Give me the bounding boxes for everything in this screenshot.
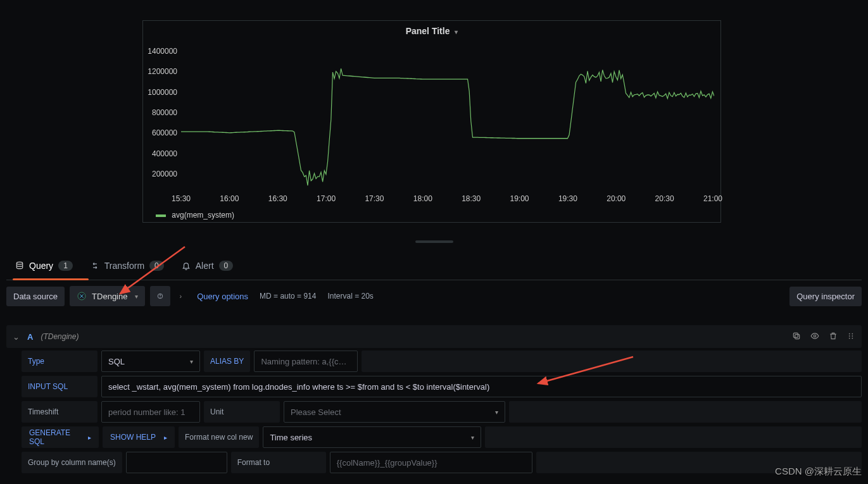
format-new-col-select[interactable]: Time series ▾ [263, 426, 481, 448]
group-by-input[interactable] [126, 452, 227, 473]
database-icon [15, 261, 24, 270]
chevron-down-icon: ▾ [135, 293, 138, 300]
drag-handle-icon[interactable] [846, 332, 855, 342]
x-tick: 20:00 [607, 194, 626, 203]
tab-alert-label: Alert [196, 261, 214, 271]
query-form: Type SQL ▾ ALIAS BY Naming pattern: a,{{… [6, 351, 862, 473]
x-tick: 18:00 [413, 194, 432, 203]
line-series [181, 46, 714, 194]
timeshift-input[interactable]: period number like: 1 [101, 401, 200, 423]
input-sql-field[interactable]: select _wstart, avg(mem_system) from log… [101, 376, 862, 397]
svg-point-9 [849, 337, 850, 338]
bell-icon [182, 261, 191, 270]
legend: avg(mem_system) [156, 211, 234, 220]
caret-down-icon: ▾ [471, 434, 474, 441]
query-id: A [27, 332, 33, 342]
format-to-label: Format to [231, 452, 326, 473]
tab-alert[interactable]: Alert 0 [179, 256, 236, 276]
input-sql-value: select _wstart, avg(mem_system) from log… [108, 382, 489, 392]
tab-query-label: Query [29, 261, 53, 271]
format-to-input[interactable]: {{colName}}_{{groupValue}} [330, 452, 532, 473]
show-help-button[interactable]: SHOW HELP ▸ [103, 426, 175, 448]
collapse-toggle[interactable]: ⌄ [13, 332, 20, 342]
unit-select[interactable]: Please Select ▾ [284, 401, 505, 423]
panel: Panel Title ▾ 20000040000060000080000010… [142, 20, 721, 223]
tab-transform[interactable]: Transform 0 [88, 256, 167, 276]
query-ds-hint: (TDengine) [41, 332, 79, 341]
svg-point-12 [852, 337, 853, 338]
x-tick: 21:00 [703, 194, 722, 203]
format-new-col-value: Time series [270, 433, 312, 442]
timeshift-label: Timeshift [22, 401, 97, 423]
timeshift-placeholder: period number like: 1 [108, 407, 185, 417]
resize-handle[interactable] [415, 240, 453, 243]
tab-query[interactable]: Query 1 [13, 256, 75, 276]
x-tick: 16:30 [268, 194, 287, 203]
datasource-picker[interactable]: TDengine ▾ [70, 286, 145, 306]
y-tick: 1000000 [148, 88, 177, 97]
y-axis: 2000004000006000008000001000000120000014… [143, 41, 181, 206]
x-tick: 17:00 [317, 194, 336, 203]
delete-icon[interactable] [829, 332, 838, 342]
query-options[interactable]: › Query options MD = auto = 914 Interval… [175, 292, 377, 301]
tab-query-count: 1 [58, 261, 73, 271]
help-icon [157, 291, 163, 301]
x-tick: 18:30 [462, 194, 481, 203]
svg-point-6 [814, 335, 816, 337]
chevron-right-icon: › [179, 292, 182, 300]
caret-down-icon: ▾ [495, 409, 498, 416]
tdengine-logo-icon [77, 291, 87, 301]
svg-point-8 [849, 335, 850, 337]
panel-title[interactable]: Panel Title ▾ [143, 21, 720, 41]
chart: 2000004000006000008000001000000120000014… [143, 41, 720, 206]
chevron-down-icon: ▾ [455, 28, 458, 35]
query-row-header: ⌄ A (TDengine) [6, 325, 862, 348]
datasource-help-button[interactable] [150, 286, 170, 306]
svg-rect-4 [795, 334, 800, 338]
x-tick: 20:30 [655, 194, 674, 203]
datasource-name: TDengine [92, 292, 127, 301]
query-inspector-label: Query inspector [796, 292, 855, 301]
filler-1 [362, 351, 862, 372]
tab-transform-label: Transform [104, 261, 144, 271]
query-options-label: Query options [197, 292, 248, 301]
x-tick: 19:00 [510, 194, 529, 203]
type-value: SQL [108, 357, 125, 366]
show-help-label: SHOW HELP [110, 433, 156, 442]
chevron-right-icon: ▸ [164, 434, 167, 441]
datasource-label: Data source [6, 287, 65, 306]
query-options-md: MD = auto = 914 [260, 292, 316, 301]
x-tick: 16:00 [220, 194, 239, 203]
x-tick: 17:30 [365, 194, 384, 203]
format-to-value: {{colName}}_{{groupValue}} [337, 458, 437, 468]
y-tick: 800000 [152, 108, 177, 117]
tab-alert-count: 0 [219, 261, 234, 271]
unit-label: Unit [204, 401, 280, 423]
svg-point-11 [852, 335, 853, 337]
watermark: CSDN @深耕云原生 [775, 466, 862, 478]
type-select[interactable]: SQL ▾ [101, 351, 200, 372]
y-tick: 200000 [152, 170, 177, 178]
svg-rect-5 [793, 333, 798, 337]
format-new-col-label: Format new col new [179, 426, 259, 448]
panel-title-text: Panel Title [406, 26, 450, 36]
plot-area [181, 46, 714, 194]
duplicate-icon[interactable] [792, 332, 801, 342]
caret-down-icon: ▾ [190, 358, 193, 365]
x-axis: 15:3016:0016:3017:0017:3018:0018:3019:00… [181, 194, 714, 206]
group-by-label: Group by column name(s) [22, 452, 122, 473]
alias-by-input[interactable]: Naming pattern: a,{{c… [254, 351, 358, 372]
alias-by-placeholder: Naming pattern: a,{{c… [261, 357, 346, 366]
filler-3 [485, 426, 862, 448]
query-inspector-button[interactable]: Query inspector [789, 287, 862, 306]
y-tick: 600000 [152, 128, 177, 137]
filler-2 [509, 401, 862, 423]
generate-sql-button[interactable]: GENERATE SQL ▸ [22, 426, 99, 448]
transform-icon [91, 261, 99, 270]
svg-point-0 [16, 262, 22, 264]
y-tick: 400000 [152, 149, 177, 158]
toggle-visibility-icon[interactable] [810, 332, 820, 342]
alias-by-label: ALIAS BY [204, 351, 250, 372]
svg-point-3 [160, 297, 161, 298]
query-options-interval: Interval = 20s [327, 292, 373, 301]
